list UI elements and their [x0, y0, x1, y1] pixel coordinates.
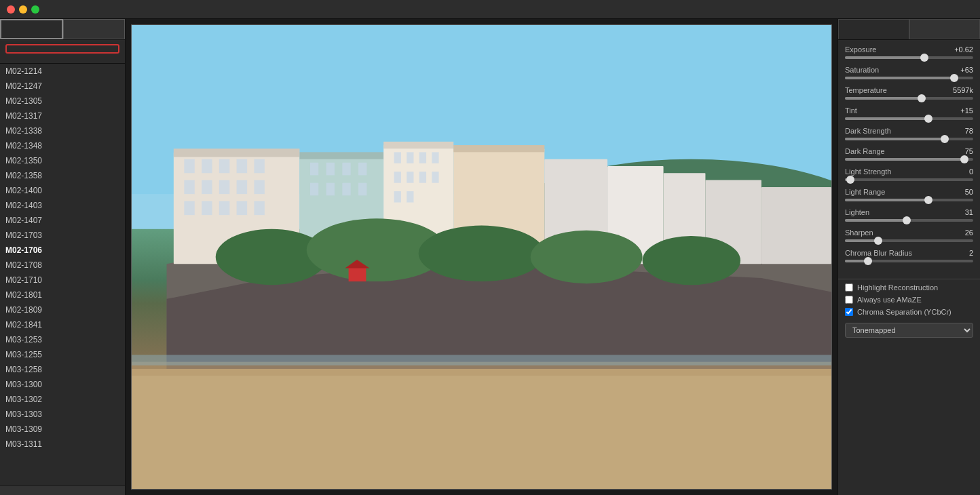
chroma-blur-radius-label: Chroma Blur Radius: [845, 249, 912, 257]
svg-rect-27: [358, 163, 366, 176]
clip-item-m03-1302[interactable]: M03-1302: [0, 392, 125, 407]
clip-item-m02-1706[interactable]: M02-1706: [0, 243, 125, 258]
always-use-amaze-checkbox[interactable]: [845, 296, 853, 304]
svg-rect-21: [254, 201, 264, 216]
clip-item-m02-1407[interactable]: M02-1407: [0, 213, 125, 228]
dark-strength-track[interactable]: [845, 138, 973, 140]
window-controls[interactable]: [7, 5, 39, 14]
right-panel: Exposure+0.62Saturation+63Temperature559…: [837, 19, 980, 495]
saturation-track[interactable]: [845, 77, 973, 79]
svg-rect-17: [184, 201, 194, 216]
tab-clips[interactable]: [0, 19, 63, 39]
clip-item-m02-1358[interactable]: M02-1358: [0, 168, 125, 183]
svg-rect-31: [358, 183, 366, 196]
param-saturation: Saturation+63: [845, 66, 973, 79]
clip-item-m03-1311[interactable]: M03-1311: [0, 437, 125, 452]
clip-item-m02-1247[interactable]: M02-1247: [0, 79, 125, 94]
clip-item-m03-1253[interactable]: M03-1253: [0, 332, 125, 347]
clip-item-m02-1214[interactable]: M02-1214: [0, 64, 125, 79]
checkbox-row-chroma-separation: Chroma Separation (YCbCr): [838, 308, 980, 316]
dark-range-track[interactable]: [845, 158, 973, 161]
title-bar: [0, 0, 980, 19]
clip-item-m02-1703[interactable]: M02-1703: [0, 228, 125, 243]
saturation-thumb[interactable]: [950, 74, 958, 82]
clip-item-m02-1403[interactable]: M02-1403: [0, 198, 125, 213]
tab-export[interactable]: [63, 19, 125, 39]
lighten-thumb[interactable]: [903, 216, 911, 224]
svg-rect-58: [132, 369, 831, 489]
param-tint: Tint+15: [845, 106, 973, 120]
svg-rect-20: [237, 201, 247, 216]
dark-strength-thumb[interactable]: [941, 135, 949, 143]
params-section: Exposure+0.62Saturation+63Temperature559…: [838, 40, 980, 275]
svg-rect-6: [174, 148, 300, 157]
dark-range-thumb[interactable]: [960, 155, 968, 163]
temperature-thumb[interactable]: [918, 94, 926, 102]
light-range-label: Light Range: [845, 188, 885, 196]
svg-rect-36: [419, 152, 426, 163]
clip-item-m02-1350[interactable]: M02-1350: [0, 153, 125, 168]
clip-item-m03-1303[interactable]: M03-1303: [0, 407, 125, 422]
clip-item-m02-1400[interactable]: M02-1400: [0, 183, 125, 198]
exposure-value: +0.62: [953, 45, 973, 54]
tab-process[interactable]: [909, 19, 981, 39]
minimize-button[interactable]: [19, 5, 27, 14]
dark-strength-label: Dark Strength: [845, 127, 891, 135]
open-session-button[interactable]: [0, 485, 125, 495]
temperature-track[interactable]: [845, 97, 973, 100]
clip-item-m02-1317[interactable]: M02-1317: [0, 108, 125, 123]
clip-item-m03-1255[interactable]: M03-1255: [0, 347, 125, 362]
clip-item-m02-1348[interactable]: M02-1348: [0, 138, 125, 153]
svg-rect-35: [407, 152, 413, 163]
tint-value: +15: [953, 106, 973, 115]
tint-track[interactable]: [845, 117, 973, 120]
chroma-separation-checkbox[interactable]: [845, 308, 853, 316]
svg-rect-43: [407, 191, 413, 202]
checkbox-row-always-use-amaze: Always use AMaZE: [838, 296, 980, 304]
chroma-blur-radius-track[interactable]: [845, 260, 973, 262]
svg-rect-45: [453, 145, 544, 152]
svg-rect-12: [184, 180, 194, 195]
svg-rect-24: [310, 163, 318, 176]
add-mlv-button[interactable]: [5, 44, 119, 54]
svg-rect-9: [219, 159, 229, 174]
clip-item-m02-1338[interactable]: M02-1338: [0, 123, 125, 138]
clip-list: M02-1214M02-1247M02-1305M02-1317M02-1338…: [0, 64, 125, 485]
lighten-value: 31: [953, 208, 973, 216]
clip-item-m02-1841[interactable]: M02-1841: [0, 317, 125, 332]
svg-rect-7: [184, 159, 194, 174]
light-range-track[interactable]: [845, 199, 973, 201]
tab-correct[interactable]: [838, 19, 909, 39]
param-lighten: Lighten31: [845, 208, 973, 222]
light-strength-thumb[interactable]: [846, 176, 854, 184]
dropdown-row: TonemappedLinearLogarithmic: [838, 320, 980, 343]
clip-item-m03-1258[interactable]: M03-1258: [0, 362, 125, 377]
light-range-thumb[interactable]: [924, 196, 932, 204]
lighten-track[interactable]: [845, 219, 973, 222]
param-light-range: Light Range50: [845, 188, 973, 201]
tint-thumb[interactable]: [924, 115, 932, 123]
clip-item-m02-1809[interactable]: M02-1809: [0, 302, 125, 317]
param-dark-strength: Dark Strength78: [845, 127, 973, 140]
param-sharpen: Sharpen26: [845, 229, 973, 242]
clip-item-m02-1710[interactable]: M02-1710: [0, 273, 125, 288]
sharpen-track[interactable]: [845, 239, 973, 242]
exposure-track[interactable]: [845, 56, 973, 59]
svg-rect-34: [394, 152, 401, 163]
sharpen-value: 26: [953, 229, 973, 237]
checkbox-row-highlight-reconstruction: Highlight Reconstruction: [838, 283, 980, 292]
light-strength-track[interactable]: [845, 178, 973, 181]
highlight-reconstruction-checkbox[interactable]: [845, 283, 853, 292]
clip-item-m03-1300[interactable]: M03-1300: [0, 377, 125, 392]
clip-item-m02-1801[interactable]: M02-1801: [0, 288, 125, 302]
tonemapping-dropdown[interactable]: TonemappedLinearLogarithmic: [845, 323, 973, 338]
exposure-thumb[interactable]: [920, 54, 928, 62]
clip-item-m02-1305[interactable]: M02-1305: [0, 94, 125, 108]
svg-rect-8: [202, 159, 212, 174]
chroma-blur-radius-thumb[interactable]: [864, 257, 872, 265]
clip-item-m02-1708[interactable]: M02-1708: [0, 258, 125, 273]
maximize-button[interactable]: [31, 5, 39, 14]
clip-item-m03-1309[interactable]: M03-1309: [0, 422, 125, 437]
close-button[interactable]: [7, 5, 15, 14]
sharpen-thumb[interactable]: [874, 237, 882, 245]
